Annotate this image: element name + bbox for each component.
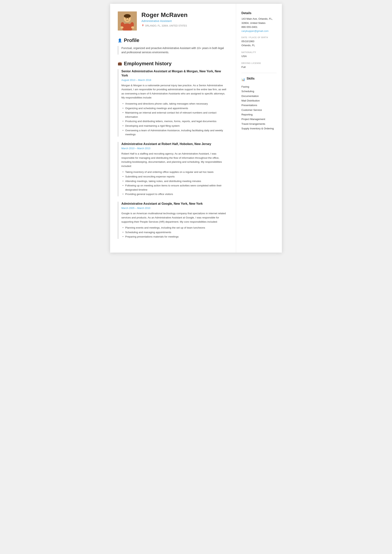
list-item: Organizing and scheduling meetings and a… <box>122 106 228 111</box>
header: Roger McRaven Administrative Assistant 📍… <box>118 11 228 31</box>
resume-container: Roger McRaven Administrative Assistant 📍… <box>110 4 282 253</box>
skills-title-row: 📊 Skills <box>241 77 277 82</box>
employment-section-title: Employment history <box>124 61 172 67</box>
job-description-2: Robert Half is a staffing and recruiting… <box>121 152 228 168</box>
details-title: Details <box>241 11 277 15</box>
skills-title: Skills <box>247 77 255 80</box>
job-bullets-1: Answering and directions phone calls, ta… <box>121 102 228 137</box>
sidebar-divider <box>241 73 277 73</box>
skill-item: Supply Inventory & Ordering <box>241 126 277 131</box>
skill-item: Reporting <box>241 112 277 117</box>
job-description-1: Morgan & Morgan is a nationwide personal… <box>121 83 228 100</box>
candidate-title: Administrative Assistant <box>141 19 228 22</box>
dob-label: DATE / PLACE OF BIRTH <box>241 36 277 39</box>
job-description-3: Google is an American multinational tech… <box>121 211 228 224</box>
profile-icon: 👤 <box>118 38 122 42</box>
sidebar-driving: Full <box>241 65 277 69</box>
profile-text: Punctual, organized and proactive Admini… <box>121 46 228 55</box>
header-info: Roger McRaven Administrative Assistant 📍… <box>141 11 228 27</box>
employment-title-row: 💼 Employment history <box>118 61 228 67</box>
nationality-label: NATIONALITY <box>241 51 277 53</box>
list-item: Preparing presentations materials for me… <box>122 235 228 239</box>
list-item: Maintaining an internal and external con… <box>122 111 228 119</box>
list-item: Overseeing a team of Administrative Assi… <box>122 128 228 137</box>
sidebar-address: 143 Main Ave, Orlando, FL, 32804, United… <box>241 17 277 25</box>
job-title-3: Administrative Assistant at Google, New … <box>121 202 228 206</box>
driving-label: DRIVING LICENSE <box>241 62 277 64</box>
skill-item: Faxing <box>241 84 277 89</box>
job-entry-3: Administrative Assistant at Google, New … <box>118 202 228 239</box>
skill-item: Project Management <box>241 117 277 122</box>
skill-item: Documentation <box>241 94 277 98</box>
skill-item: Mail Distribution <box>241 98 277 103</box>
sidebar-phone: 890-555-0401 <box>241 25 277 29</box>
profile-section-title: Profile <box>124 37 139 43</box>
location-icon: 📍 <box>141 24 144 27</box>
svg-point-7 <box>131 26 134 29</box>
candidate-name: Roger McRaven <box>141 11 228 19</box>
employment-icon: 💼 <box>118 62 122 66</box>
skill-item: Presentations <box>241 103 277 108</box>
sidebar-email[interactable]: carykupper@gmail.com <box>241 30 268 32</box>
svg-point-3 <box>124 14 131 18</box>
sidebar: Details 143 Main Ave, Orlando, FL, 32804… <box>236 4 282 253</box>
svg-point-8 <box>126 18 126 19</box>
list-item: Producing and distributing letters, memo… <box>122 119 228 124</box>
job-dates-3: March 2005 – March 2010 <box>121 207 228 209</box>
skill-item: Customer Service <box>241 108 277 112</box>
job-entry-2: Administrative Assistant at Robert Half,… <box>118 142 228 196</box>
list-item: Taking inventory of and ordering office … <box>122 170 228 174</box>
list-item: Developing and maintaining a rigid filin… <box>122 124 228 128</box>
job-bullets-2: Taking inventory of and ordering office … <box>121 170 228 196</box>
sidebar-dob-place: Orlando, FL <box>241 43 277 48</box>
list-item: Attending meetings, taking notes, and di… <box>122 179 228 183</box>
list-item: Answering and directions phone calls, ta… <box>122 102 228 106</box>
job-bullets-3: Planning events and meetings, including … <box>121 226 228 239</box>
list-item: Providing general support to office visi… <box>122 192 228 196</box>
profile-text-wrap: Punctual, organized and proactive Admini… <box>118 46 228 55</box>
profile-title-row: 👤 Profile <box>118 37 228 43</box>
svg-point-6 <box>120 26 124 29</box>
skill-item: Scheduling <box>241 89 277 94</box>
job-dates-1: August 2013 – March 2018 <box>121 79 228 82</box>
sidebar-dob: 05/10/1983 <box>241 39 277 43</box>
job-title-1: Senior Administrative Assistant at Morga… <box>121 69 228 78</box>
skills-icon: 📊 <box>241 78 245 81</box>
skills-list: Faxing Scheduling Documentation Mail Dis… <box>241 84 277 131</box>
list-item: Scheduling and managing appointments <box>122 230 228 235</box>
candidate-location: 📍 ORLANDO, FL, 32804, UNITED STATES <box>141 24 228 27</box>
employment-section: 💼 Employment history Senior Administrati… <box>118 61 228 239</box>
list-item: Planning events and meetings, including … <box>122 226 228 230</box>
sidebar-nationality: USA <box>241 54 277 58</box>
skill-item: Travel Arrangements <box>241 122 277 126</box>
list-item: Submitting and reconciling expense repor… <box>122 174 228 179</box>
svg-point-9 <box>128 18 129 19</box>
job-title-2: Administrative Assistant at Robert Half,… <box>121 142 228 146</box>
main-content: Roger McRaven Administrative Assistant 📍… <box>110 4 236 253</box>
avatar <box>118 11 137 31</box>
job-entry-1: Senior Administrative Assistant at Morga… <box>118 69 228 137</box>
profile-section: 👤 Profile Punctual, organized and proact… <box>118 37 228 55</box>
job-dates-2: March 2010 – March 2013 <box>121 147 228 150</box>
list-item: Following up on meeting action items to … <box>122 184 228 192</box>
